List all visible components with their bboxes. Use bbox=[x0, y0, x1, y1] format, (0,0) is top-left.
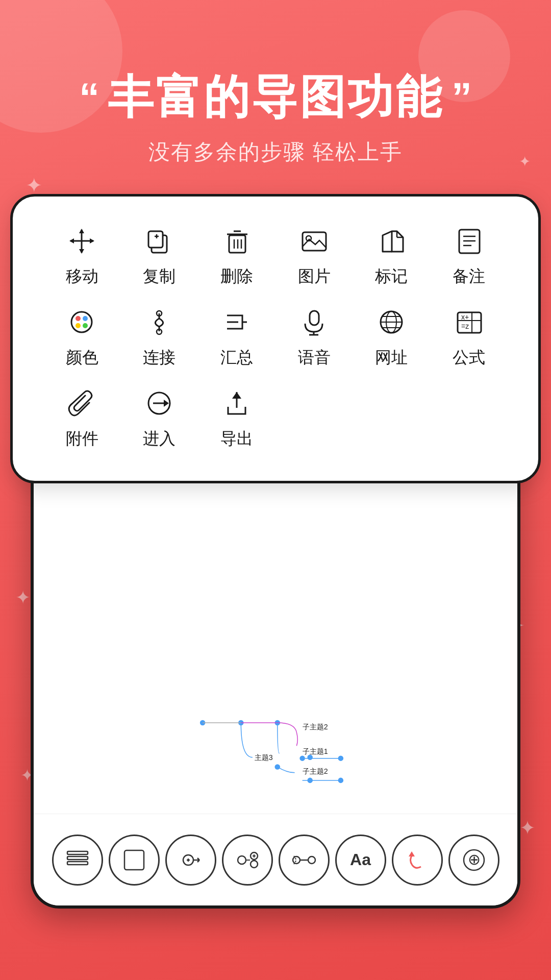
feature-formula[interactable]: x+ =z 公式 bbox=[430, 303, 508, 374]
summary-label: 汇总 bbox=[220, 347, 253, 369]
mindmap-area: 子主题2 主题3 子主题1 子主题2 bbox=[67, 707, 484, 803]
svg-text:子主题2: 子主题2 bbox=[303, 723, 328, 731]
quote-close: ” bbox=[452, 77, 472, 118]
svg-rect-21 bbox=[124, 850, 144, 870]
formula-icon: x+ =z bbox=[455, 308, 483, 340]
feature-mark[interactable]: 标记 bbox=[353, 222, 431, 293]
svg-point-68 bbox=[83, 316, 88, 321]
feature-image[interactable]: 图片 bbox=[276, 222, 353, 293]
connect-label: 连接 bbox=[143, 347, 176, 369]
svg-marker-39 bbox=[409, 851, 415, 856]
svg-marker-46 bbox=[69, 238, 74, 243]
svg-point-16 bbox=[338, 755, 344, 761]
svg-text:子主题1: 子主题1 bbox=[303, 747, 328, 755]
svg-rect-18 bbox=[67, 856, 88, 860]
color-label: 颜色 bbox=[66, 347, 98, 369]
svg-point-66 bbox=[71, 312, 92, 332]
formula-label: 公式 bbox=[453, 347, 485, 369]
feature-copy[interactable]: 复制 bbox=[121, 222, 198, 293]
export-label: 导出 bbox=[220, 428, 253, 450]
svg-point-5 bbox=[307, 754, 313, 760]
bottom-toolbar: Aa ⊕ bbox=[34, 814, 517, 905]
svg-point-12 bbox=[299, 755, 305, 761]
svg-point-17 bbox=[338, 778, 344, 783]
svg-point-70 bbox=[83, 323, 88, 328]
toolbar-text[interactable]: Aa bbox=[335, 835, 386, 886]
toolbar-add-node[interactable] bbox=[165, 835, 216, 886]
copy-icon bbox=[145, 227, 173, 259]
toolbar-layers[interactable] bbox=[52, 835, 103, 886]
svg-marker-45 bbox=[79, 249, 84, 254]
toolbar-add-child[interactable] bbox=[222, 835, 273, 886]
svg-point-69 bbox=[76, 323, 81, 328]
feature-summary[interactable]: 汇总 bbox=[198, 303, 276, 374]
color-icon bbox=[68, 308, 96, 340]
svg-text:子主题2: 子主题2 bbox=[303, 767, 328, 775]
delete-icon bbox=[223, 227, 251, 259]
svg-text:=z: =z bbox=[461, 322, 469, 330]
voice-label: 语音 bbox=[298, 347, 331, 369]
image-label: 图片 bbox=[298, 265, 331, 288]
quote-open: “ bbox=[79, 77, 99, 118]
move-icon bbox=[68, 227, 96, 259]
svg-point-31 bbox=[251, 861, 258, 868]
svg-rect-58 bbox=[303, 232, 326, 251]
svg-text:x+: x+ bbox=[461, 313, 469, 321]
svg-marker-44 bbox=[79, 229, 84, 233]
svg-rect-20 bbox=[67, 862, 88, 865]
svg-text:主题3: 主题3 bbox=[255, 753, 273, 762]
header-title: 丰富的导图功能 bbox=[108, 66, 443, 129]
svg-marker-91 bbox=[164, 400, 169, 407]
voice-icon bbox=[300, 308, 328, 340]
mark-icon bbox=[378, 227, 406, 259]
feature-move[interactable]: 移动 bbox=[43, 222, 121, 293]
feature-color[interactable]: 颜色 bbox=[43, 303, 121, 374]
feature-url[interactable]: 网址 bbox=[353, 303, 431, 374]
url-label: 网址 bbox=[375, 347, 408, 369]
delete-label: 删除 bbox=[220, 265, 253, 288]
feature-enter[interactable]: 进入 bbox=[121, 384, 198, 455]
move-label: 移动 bbox=[66, 265, 98, 288]
image-icon bbox=[300, 227, 328, 259]
note-icon bbox=[455, 227, 483, 259]
svg-rect-76 bbox=[310, 311, 319, 325]
header-subtitle: 没有多余的步骤 轻松上手 bbox=[0, 138, 551, 166]
feature-connect[interactable]: 连接 bbox=[121, 303, 198, 374]
svg-rect-49 bbox=[148, 231, 163, 248]
feature-voice[interactable]: 语音 bbox=[276, 303, 353, 374]
svg-point-35 bbox=[308, 856, 315, 864]
toolbar-connect[interactable] bbox=[279, 835, 330, 886]
connect-icon bbox=[145, 308, 173, 340]
note-label: 备注 bbox=[453, 265, 485, 288]
attach-label: 附件 bbox=[66, 428, 98, 450]
url-icon bbox=[378, 308, 406, 340]
feature-delete[interactable]: 删除 bbox=[198, 222, 276, 293]
export-icon bbox=[223, 389, 251, 422]
svg-point-28 bbox=[238, 856, 246, 864]
feature-note[interactable]: 备注 bbox=[430, 222, 508, 293]
toolbar-canvas[interactable] bbox=[109, 835, 160, 886]
svg-rect-19 bbox=[67, 851, 88, 854]
header-area: “ 丰富的导图功能 ” 没有多余的步骤 轻松上手 bbox=[0, 66, 551, 166]
toolbar-more[interactable]: ⊕ bbox=[448, 835, 499, 886]
svg-point-67 bbox=[76, 316, 81, 321]
feature-panel: 移动 复制 bbox=[10, 194, 541, 483]
feature-export[interactable]: 导出 bbox=[198, 384, 276, 455]
mark-label: 标记 bbox=[375, 265, 408, 288]
copy-label: 复制 bbox=[143, 265, 176, 288]
enter-label: 进入 bbox=[143, 428, 176, 450]
summary-icon bbox=[223, 308, 251, 340]
svg-marker-47 bbox=[90, 238, 94, 243]
svg-marker-93 bbox=[232, 392, 241, 399]
feature-attach[interactable]: 附件 bbox=[43, 384, 121, 455]
enter-icon bbox=[145, 389, 173, 422]
sparkle-6: ✦ bbox=[519, 817, 536, 839]
header-quote-container: “ 丰富的导图功能 ” bbox=[0, 66, 551, 129]
toolbar-undo[interactable] bbox=[392, 835, 443, 886]
svg-text:⊕: ⊕ bbox=[467, 851, 480, 868]
svg-point-34 bbox=[293, 856, 300, 864]
attach-icon bbox=[68, 389, 96, 422]
sparkle-3: ✦ bbox=[15, 587, 31, 608]
feature-grid: 移动 复制 bbox=[43, 222, 508, 455]
